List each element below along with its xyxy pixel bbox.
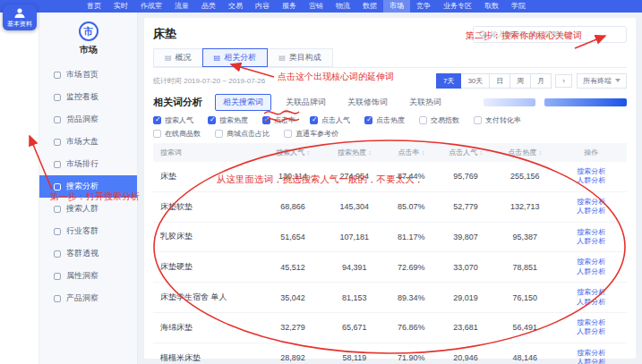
filter-pay-conversion[interactable]: 支付转化率 (474, 115, 521, 125)
left-rail (0, 13, 39, 364)
filter-click-popularity[interactable]: 点击人气 (310, 115, 350, 125)
search-term: 床垫软垫 (153, 191, 262, 222)
col-search-heat[interactable]: 搜索热度 ↕ (323, 143, 385, 162)
nav-item-content[interactable]: 内容 (249, 0, 276, 13)
nav-item-competition[interactable]: 竞争 (410, 0, 437, 13)
search-analysis-link[interactable]: 搜索分析 (560, 288, 623, 297)
related-words-table: 搜索词 搜索人气 ↕ 搜索热度 ↕ 点击率 ↕ 点击人气 ↕ 点击热度 ↕ 操作… (153, 143, 627, 364)
sort-icon[interactable]: ↕ (422, 149, 425, 156)
search-input[interactable] (491, 30, 621, 38)
nav-item-category[interactable]: 品类 (195, 0, 222, 13)
audience-analysis-link[interactable]: 人群分析 (560, 298, 623, 307)
checkbox-icon[interactable] (153, 130, 161, 138)
keyword-search-box[interactable] (473, 26, 627, 43)
click-popularity-value: 23,681 (437, 312, 493, 343)
filter-search-heat[interactable]: 搜索热度 (208, 115, 248, 125)
checkbox-icon[interactable] (474, 116, 482, 124)
filter-online-products[interactable]: 在线商品数 (153, 129, 201, 139)
checkbox-icon[interactable] (284, 130, 292, 138)
profile-badge[interactable]: 基本资料 (3, 4, 37, 30)
checkbox-icon[interactable] (364, 116, 372, 124)
col-click-heat[interactable]: 点击热度 ↕ (494, 143, 556, 162)
nav-item-logistics[interactable]: 物流 (330, 0, 356, 13)
click-rate-value: 71.90% (385, 343, 437, 364)
checkbox-icon[interactable] (262, 116, 270, 124)
sidebar-item-goods-insight[interactable]: 货品洞察 (39, 108, 137, 131)
sidebar-item-market-overview[interactable]: 市场大盘 (39, 131, 137, 153)
sort-icon[interactable]: ↕ (306, 149, 310, 156)
filter-mall-click-share[interactable]: 商城点击占比 (215, 129, 270, 139)
checkbox-icon[interactable] (215, 130, 223, 138)
sidebar-item-product-insight[interactable]: 产品洞察 (39, 287, 137, 309)
nav-item-war-room[interactable]: 作战室 (134, 0, 168, 13)
sidebar-item-customer-perspective[interactable]: 客群透视 (39, 242, 137, 265)
nav-item-traffic[interactable]: 流量 (168, 0, 195, 13)
search-popularity-value: 51,654 (262, 222, 324, 252)
col-click-rate[interactable]: 点击率 ↕ (385, 143, 437, 162)
filter-label: 搜索热度 (219, 115, 248, 125)
subtab-hot-words[interactable]: 关联热词 (402, 95, 449, 110)
sort-icon[interactable]: ↕ (479, 149, 483, 156)
sidebar-item-market-ranking[interactable]: 市场排行 (39, 153, 137, 175)
next-period-button[interactable]: › (555, 74, 572, 88)
search-analysis-link[interactable]: 搜索分析 (560, 349, 623, 358)
audience-analysis-link[interactable]: 人群分析 (560, 176, 623, 185)
filter-trade-index[interactable]: 交易指数 (419, 115, 459, 125)
nav-item-data[interactable]: 数据 (356, 0, 383, 13)
nav-item-fetch-data[interactable]: 取数 (478, 0, 505, 13)
subtab-related-search-words[interactable]: 相关搜索词 (215, 94, 271, 111)
filter-click-rate[interactable]: 点击率 (262, 115, 295, 125)
nav-item-service[interactable]: 服务 (276, 0, 303, 13)
nav-item-business-zone[interactable]: 业务专区 (437, 0, 478, 13)
click-popularity-value: 33,070 (437, 252, 493, 283)
audience-analysis-link[interactable]: 人群分析 (560, 207, 623, 216)
checkbox-icon[interactable] (153, 116, 161, 124)
checkbox-icon[interactable] (419, 116, 427, 124)
search-analysis-link[interactable]: 搜索分析 (560, 258, 623, 267)
search-analysis-link[interactable]: 搜索分析 (560, 167, 623, 176)
filter-ztc-reference-price[interactable]: 直通车参考价 (284, 129, 338, 139)
range-month-button[interactable]: 月 (530, 73, 552, 89)
nav-item-home[interactable]: 首页 (81, 0, 107, 13)
nav-item-academy[interactable]: 学院 (505, 0, 532, 13)
tab-overview[interactable]: ▤ 概况 (153, 48, 203, 67)
range-week-button[interactable]: 周 (509, 73, 531, 89)
search-analysis-link[interactable]: 搜索分析 (560, 198, 623, 207)
sidebar-item-industry-customers[interactable]: 行业客群 (39, 220, 137, 242)
sidebar-item-search-analysis[interactable]: 搜索分析 (39, 175, 137, 198)
terminal-filter-dropdown[interactable]: 所有终端 (577, 73, 627, 89)
sort-icon[interactable]: ↕ (539, 149, 543, 156)
nav-item-trade[interactable]: 交易 (222, 0, 249, 13)
tab-category-composition[interactable]: ▤ 类目构成 (267, 48, 333, 67)
audience-analysis-link[interactable]: 人群分析 (560, 358, 623, 364)
product-icon (54, 295, 61, 302)
audience-analysis-link[interactable]: 人群分析 (560, 267, 623, 276)
sidebar-item-attribute-insight[interactable]: 属性洞察 (39, 265, 137, 287)
search-analysis-link[interactable]: 搜索分析 (560, 228, 623, 237)
col-search-popularity[interactable]: 搜索人气 ↕ (262, 143, 324, 162)
range-7d-button[interactable]: 7天 (436, 73, 461, 89)
audience-analysis-link[interactable]: 人群分析 (560, 327, 623, 336)
checkbox-icon[interactable] (208, 116, 216, 124)
col-click-popularity[interactable]: 点击人气 ↕ (437, 143, 493, 162)
sidebar-item-search-audience[interactable]: 搜索人群 (39, 198, 137, 220)
nav-item-marketing[interactable]: 营销 (303, 0, 330, 13)
filter-search-popularity[interactable]: 搜索人气 (153, 115, 193, 125)
search-analysis-link[interactable]: 搜索分析 (560, 318, 623, 327)
range-30d-button[interactable]: 30天 (460, 73, 490, 89)
subtab-modifier-words[interactable]: 关联修饰词 (340, 95, 395, 110)
sidebar-item-market-home[interactable]: 市场首页 (39, 63, 137, 86)
filter-click-heat[interactable]: 点击热度 (364, 115, 405, 125)
tab-related-analysis[interactable]: ▤ 相关分析 (202, 48, 269, 67)
tag-icon (54, 273, 61, 280)
nav-item-realtime[interactable]: 实时 (107, 0, 134, 13)
search-popularity-value: 68,866 (262, 191, 324, 222)
checkbox-icon[interactable] (310, 116, 318, 124)
sort-icon[interactable]: ↕ (368, 149, 372, 156)
sidebar-item-monitor-board[interactable]: 监控看板 (39, 86, 137, 108)
search-term: 床垫学生宿舍 单人 (153, 283, 262, 313)
range-day-button[interactable]: 日 (489, 73, 510, 89)
nav-item-market[interactable]: 市场 (383, 0, 410, 13)
subtab-brand-words[interactable]: 关联品牌词 (278, 95, 333, 110)
audience-analysis-link[interactable]: 人群分析 (560, 237, 623, 246)
